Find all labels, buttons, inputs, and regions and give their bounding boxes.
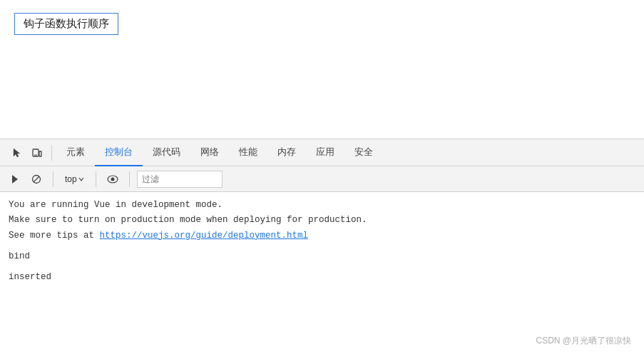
cursor-icon[interactable] xyxy=(7,143,27,163)
svg-line-5 xyxy=(34,176,39,182)
console-message-2: Make sure to turn on production mode whe… xyxy=(9,213,635,228)
console-message-1: You are running Vue in development mode. xyxy=(9,198,635,213)
console-output: You are running Vue in development mode.… xyxy=(0,192,644,357)
chevron-down-icon xyxy=(78,176,84,182)
page-top-area: 钩子函数执行顺序 xyxy=(0,0,644,139)
tab-network[interactable]: 网络 xyxy=(190,139,229,166)
tab-memory[interactable]: 内存 xyxy=(267,139,306,166)
toolbar-divider-1 xyxy=(51,145,52,161)
tab-console[interactable]: 控制台 xyxy=(95,139,143,166)
page-title: 钩子函数执行顺序 xyxy=(14,13,118,35)
svg-marker-3 xyxy=(12,175,18,183)
eye-icon[interactable] xyxy=(103,170,122,188)
tab-performance[interactable]: 性能 xyxy=(229,139,267,166)
tab-sources[interactable]: 源代码 xyxy=(143,139,190,166)
tab-security[interactable]: 安全 xyxy=(344,139,383,166)
block-icon[interactable] xyxy=(27,170,46,188)
run-icon[interactable] xyxy=(6,170,24,188)
console-message-bind: bind xyxy=(9,249,635,264)
tab-elements[interactable]: 元素 xyxy=(56,139,95,166)
context-selector[interactable]: top xyxy=(61,173,88,186)
tab-application[interactable]: 应用 xyxy=(306,139,344,166)
svg-rect-1 xyxy=(39,151,41,156)
watermark: CSDN @月光晒了很凉快 xyxy=(536,335,631,347)
console-toolbar: top xyxy=(0,166,644,192)
console-divider-2 xyxy=(96,171,96,187)
filter-input[interactable] xyxy=(137,171,223,188)
console-divider-1 xyxy=(53,171,53,187)
console-message-inserted: inserted xyxy=(9,270,635,285)
svg-point-7 xyxy=(111,177,114,181)
device-icon[interactable] xyxy=(27,143,47,163)
console-divider-3 xyxy=(129,171,130,187)
console-message-3: See more tips at https://vuejs.org/guide… xyxy=(9,228,635,243)
deployment-link[interactable]: https://vuejs.org/guide/deployment.html xyxy=(100,231,309,241)
devtools-toolbar: 元素 控制台 源代码 网络 性能 内存 应用 安全 xyxy=(0,139,644,166)
